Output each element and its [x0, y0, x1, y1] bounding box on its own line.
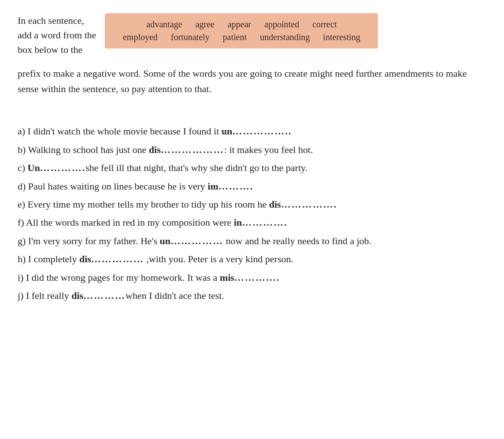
exercise-dots: …………. [234, 272, 280, 283]
exercise-dots: ……………… [161, 144, 224, 155]
exercise-prefix: un…………… [160, 235, 223, 246]
exercise-dots: …………….. [232, 126, 292, 137]
intro-section: In each sentence, add a word from the bo… [18, 13, 486, 57]
word-box: advantageagreeappearappointedcorrect emp… [105, 13, 378, 48]
exercise-dots: …………… [91, 253, 144, 264]
exercise-prefix: dis…………… [79, 253, 144, 264]
exercise-item: c) Un………….she fell ill that night, that'… [18, 160, 486, 176]
exercise-prefix: un…………….. [222, 126, 292, 137]
exercise-item: f) All the words marked in red in my com… [18, 214, 486, 231]
exercise-prefix: Un…………. [28, 162, 86, 173]
exercise-prefix: dis……………. [269, 199, 337, 210]
exercise-prefix: in…………. [234, 217, 288, 228]
word-box-row2: employedfortunatelypatientunderstandingi… [115, 32, 367, 42]
intro-line1: In each sentence, [18, 13, 96, 28]
intro-line3: box below to the [18, 42, 96, 57]
intro-continuation: prefix to make a negative word. Some of … [18, 66, 486, 97]
exercises-section: a) I didn't watch the whole movie becaus… [18, 123, 486, 304]
word-box-word: fortunately [171, 32, 210, 42]
exercise-prefix: im………. [208, 181, 253, 192]
word-box-word: correct [312, 19, 337, 30]
word-box-row1: advantageagreeappearappointedcorrect [115, 19, 367, 30]
exercise-item: b) Walking to school has just one dis………… [18, 141, 486, 158]
exercise-prefix: mis…………. [220, 272, 280, 283]
exercise-item: h) I completely dis…………… ,with you. Pete… [18, 251, 486, 267]
exercise-prefix: dis……………… [149, 144, 224, 155]
exercise-dots: ……………. [281, 199, 337, 210]
word-box-word: understanding [260, 32, 310, 42]
word-box-word: interesting [323, 32, 360, 42]
word-box-word: appointed [264, 19, 299, 30]
exercise-item: j) I felt really dis…………when I didn't ac… [18, 287, 486, 304]
intro-left-text: In each sentence, add a word from the bo… [18, 13, 96, 57]
exercise-item: i) I did the wrong pages for my homework… [18, 269, 486, 286]
exercise-dots: …………. [242, 217, 288, 228]
exercise-prefix: dis………… [71, 290, 126, 301]
intro-line2: add a word from the [18, 28, 96, 42]
exercise-dots: ………… [83, 290, 126, 301]
word-box-word: appear [228, 19, 251, 30]
exercise-item: g) I'm very sorry for my father. He's un… [18, 233, 486, 249]
word-box-word: employed [123, 32, 158, 42]
exercise-dots: …………… [170, 235, 223, 246]
exercise-item: d) Paul hates waiting on lines because h… [18, 178, 486, 194]
exercise-dots: …………. [40, 162, 86, 173]
exercise-dots: ………. [219, 181, 254, 192]
word-box-word: agree [195, 19, 214, 30]
word-box-word: patient [223, 32, 247, 42]
exercise-item: e) Every time my mother tells my brother… [18, 196, 486, 212]
word-box-word: advantage [146, 19, 182, 30]
exercise-item: a) I didn't watch the whole movie becaus… [18, 123, 486, 139]
